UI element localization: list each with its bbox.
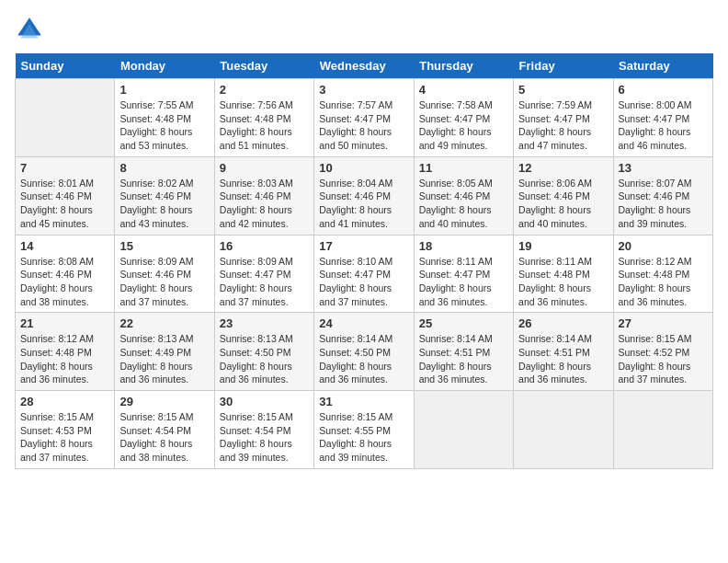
day-number: 17 [319,239,408,253]
calendar-cell: 22Sunrise: 8:13 AMSunset: 4:49 PMDayligh… [115,313,214,391]
day-info: Sunrise: 7:58 AMSunset: 4:47 PMDaylight:… [419,98,508,153]
day-number: 18 [419,239,508,253]
calendar-cell: 12Sunrise: 8:06 AMSunset: 4:46 PMDayligh… [514,156,613,235]
day-header-monday: Monday [115,53,214,79]
day-info: Sunrise: 8:09 AMSunset: 4:47 PMDaylight:… [220,255,309,309]
day-header-sunday: Sunday [16,53,115,79]
day-info: Sunrise: 7:55 AMSunset: 4:48 PMDaylight:… [119,98,209,153]
day-info: Sunrise: 8:14 AMSunset: 4:51 PMDaylight:… [419,332,508,386]
day-number: 24 [319,316,408,330]
calendar-cell: 15Sunrise: 8:09 AMSunset: 4:46 PMDayligh… [115,235,214,313]
day-info: Sunrise: 8:11 AMSunset: 4:47 PMDaylight:… [419,255,508,309]
calendar-cell: 17Sunrise: 8:10 AMSunset: 4:47 PMDayligh… [314,235,414,313]
day-number: 2 [220,83,309,97]
day-info: Sunrise: 8:13 AMSunset: 4:50 PMDaylight:… [220,332,309,386]
day-info: Sunrise: 8:05 AMSunset: 4:46 PMDaylight:… [419,177,508,231]
day-info: Sunrise: 8:04 AMSunset: 4:46 PMDaylight:… [319,177,408,231]
day-info: Sunrise: 8:15 AMSunset: 4:54 PMDaylight:… [119,410,209,465]
day-number: 26 [518,316,608,330]
calendar-cell: 9Sunrise: 8:03 AMSunset: 4:46 PMDaylight… [214,156,313,235]
day-header-saturday: Saturday [613,53,712,79]
calendar-week-3: 14Sunrise: 8:08 AMSunset: 4:46 PMDayligh… [16,235,713,313]
day-info: Sunrise: 8:13 AMSunset: 4:49 PMDaylight:… [119,332,209,386]
calendar-cell: 13Sunrise: 8:07 AMSunset: 4:46 PMDayligh… [613,156,712,235]
day-info: Sunrise: 8:15 AMSunset: 4:53 PMDaylight:… [20,410,109,465]
day-info: Sunrise: 8:14 AMSunset: 4:50 PMDaylight:… [319,332,408,386]
calendar-cell [16,79,115,157]
day-number: 14 [20,239,109,253]
calendar-cell: 11Sunrise: 8:05 AMSunset: 4:46 PMDayligh… [414,156,513,235]
day-number: 31 [319,395,408,408]
calendar-cell [414,391,513,469]
day-number: 9 [220,161,309,175]
day-number: 6 [619,83,708,97]
day-number: 21 [20,316,109,330]
calendar-week-2: 7Sunrise: 8:01 AMSunset: 4:46 PMDaylight… [16,156,713,235]
calendar-cell: 30Sunrise: 8:15 AMSunset: 4:54 PMDayligh… [214,391,313,469]
calendar-cell [613,391,712,469]
day-info: Sunrise: 8:15 AMSunset: 4:54 PMDaylight:… [220,410,309,465]
calendar-week-5: 28Sunrise: 8:15 AMSunset: 4:53 PMDayligh… [16,391,713,469]
day-number: 22 [119,316,209,330]
day-info: Sunrise: 8:07 AMSunset: 4:46 PMDaylight:… [619,177,708,231]
day-header-wednesday: Wednesday [314,53,414,79]
day-number: 8 [119,161,209,175]
calendar-cell: 18Sunrise: 8:11 AMSunset: 4:47 PMDayligh… [414,235,513,313]
day-header-thursday: Thursday [414,53,513,79]
day-number: 7 [20,161,109,175]
day-info: Sunrise: 8:14 AMSunset: 4:51 PMDaylight:… [518,332,608,386]
calendar-cell: 10Sunrise: 8:04 AMSunset: 4:46 PMDayligh… [314,156,414,235]
day-number: 5 [518,83,608,97]
calendar-cell: 25Sunrise: 8:14 AMSunset: 4:51 PMDayligh… [414,313,513,391]
day-info: Sunrise: 8:06 AMSunset: 4:46 PMDaylight:… [518,177,608,231]
day-number: 4 [419,83,508,97]
day-number: 25 [419,316,508,330]
day-number: 30 [220,395,309,408]
calendar-cell: 28Sunrise: 8:15 AMSunset: 4:53 PMDayligh… [16,391,115,469]
logo-icon [15,15,44,44]
day-header-tuesday: Tuesday [214,53,313,79]
day-number: 3 [319,83,408,97]
calendar-cell: 31Sunrise: 8:15 AMSunset: 4:55 PMDayligh… [314,391,414,469]
day-info: Sunrise: 8:00 AMSunset: 4:47 PMDaylight:… [619,98,708,153]
page-header [15,15,713,44]
day-number: 11 [419,161,508,175]
day-info: Sunrise: 8:12 AMSunset: 4:48 PMDaylight:… [20,332,109,386]
calendar-cell: 3Sunrise: 7:57 AMSunset: 4:47 PMDaylight… [314,79,414,157]
calendar-cell: 5Sunrise: 7:59 AMSunset: 4:47 PMDaylight… [514,79,613,157]
day-number: 10 [319,161,408,175]
day-info: Sunrise: 8:12 AMSunset: 4:48 PMDaylight:… [619,255,708,309]
day-info: Sunrise: 8:08 AMSunset: 4:46 PMDaylight:… [20,255,109,309]
day-info: Sunrise: 7:56 AMSunset: 4:48 PMDaylight:… [220,98,309,153]
calendar-header-row: SundayMondayTuesdayWednesdayThursdayFrid… [16,53,713,79]
day-info: Sunrise: 8:15 AMSunset: 4:55 PMDaylight:… [319,410,408,465]
logo [15,15,48,44]
calendar-cell: 8Sunrise: 8:02 AMSunset: 4:46 PMDaylight… [115,156,214,235]
calendar-table: SundayMondayTuesdayWednesdayThursdayFrid… [15,53,713,469]
calendar-cell: 1Sunrise: 7:55 AMSunset: 4:48 PMDaylight… [115,79,214,157]
day-number: 29 [119,395,209,408]
calendar-cell [514,391,613,469]
calendar-cell: 14Sunrise: 8:08 AMSunset: 4:46 PMDayligh… [16,235,115,313]
day-info: Sunrise: 8:11 AMSunset: 4:48 PMDaylight:… [518,255,608,309]
calendar-cell: 19Sunrise: 8:11 AMSunset: 4:48 PMDayligh… [514,235,613,313]
calendar-cell: 20Sunrise: 8:12 AMSunset: 4:48 PMDayligh… [613,235,712,313]
day-number: 16 [220,239,309,253]
calendar-cell: 21Sunrise: 8:12 AMSunset: 4:48 PMDayligh… [16,313,115,391]
day-info: Sunrise: 8:03 AMSunset: 4:46 PMDaylight:… [220,177,309,231]
day-info: Sunrise: 8:10 AMSunset: 4:47 PMDaylight:… [319,255,408,309]
calendar-cell: 23Sunrise: 8:13 AMSunset: 4:50 PMDayligh… [214,313,313,391]
day-number: 23 [220,316,309,330]
day-number: 15 [119,239,209,253]
day-info: Sunrise: 8:02 AMSunset: 4:46 PMDaylight:… [119,177,209,231]
day-number: 19 [518,239,608,253]
day-number: 27 [619,316,708,330]
calendar-cell: 24Sunrise: 8:14 AMSunset: 4:50 PMDayligh… [314,313,414,391]
calendar-cell: 2Sunrise: 7:56 AMSunset: 4:48 PMDaylight… [214,79,313,157]
day-info: Sunrise: 7:57 AMSunset: 4:47 PMDaylight:… [319,98,408,153]
day-number: 20 [619,239,708,253]
day-info: Sunrise: 7:59 AMSunset: 4:47 PMDaylight:… [518,98,608,153]
calendar-week-4: 21Sunrise: 8:12 AMSunset: 4:48 PMDayligh… [16,313,713,391]
day-header-friday: Friday [514,53,613,79]
calendar-week-1: 1Sunrise: 7:55 AMSunset: 4:48 PMDaylight… [16,79,713,157]
